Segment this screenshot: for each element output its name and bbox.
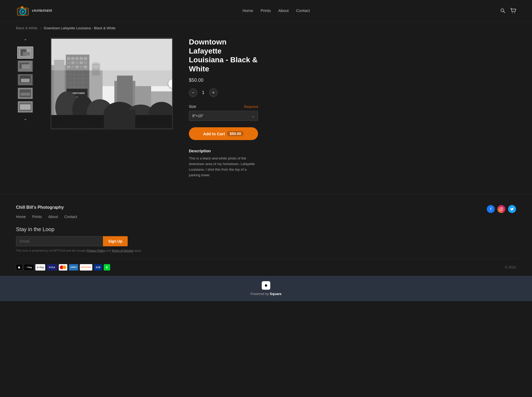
add-to-cart-button[interactable]: Add to Cart $50.00	[189, 127, 258, 140]
search-button[interactable]	[500, 8, 505, 13]
thumb-prev-button[interactable]: ⌃	[21, 38, 30, 44]
add-to-cart-price: $50.00	[227, 131, 244, 136]
footer-nav-home[interactable]: Home	[16, 215, 26, 219]
size-select[interactable]: 8"×10" 11"×14" 16"×20"	[189, 111, 258, 121]
square-logo-icon: ■	[262, 281, 270, 290]
instagram-icon[interactable]	[497, 205, 505, 213]
footer-nav-contact[interactable]: Contact	[64, 215, 77, 219]
required-badge: Required	[244, 105, 258, 109]
payment-jcb: JCB	[94, 264, 102, 271]
svg-rect-83	[125, 44, 164, 51]
nav-icons	[500, 8, 516, 14]
thumb-next-button[interactable]: ⌄	[21, 115, 30, 122]
logo-area[interactable]: chillbilldill	[16, 4, 52, 18]
description-section: Description This is a black-and-white ph…	[189, 149, 258, 178]
payment-mastercard	[59, 264, 67, 271]
email-input[interactable]	[16, 236, 103, 246]
quantity-increase-button[interactable]: +	[209, 88, 218, 97]
svg-point-3	[22, 11, 24, 13]
instagram-svg	[500, 207, 503, 211]
powered-by-bar: ■ Powered by Square	[0, 276, 532, 301]
payment-visa: VISA	[47, 264, 57, 271]
footer-brand: Chill Bill's Photography	[16, 205, 77, 210]
newsletter-heading: Stay in the Loop	[16, 226, 516, 232]
signup-button[interactable]: Sign Up	[103, 236, 128, 246]
description-text: This is a black-and-white photo of the d…	[189, 156, 258, 178]
privacy-policy-link[interactable]: Privacy Policy	[87, 249, 105, 252]
thumbnail-item-3[interactable]	[17, 74, 33, 86]
facebook-icon[interactable]: f	[487, 205, 495, 213]
svg-rect-4	[21, 6, 23, 8]
cart-button[interactable]	[510, 8, 516, 14]
newsletter-form: Sign Up	[16, 236, 128, 246]
svg-rect-25	[20, 104, 31, 110]
cart-icon	[510, 8, 516, 14]
footer-left: Chill Bill's Photography Home Prints Abo…	[16, 205, 77, 219]
payment-square: ■	[16, 264, 22, 271]
footer-nav-about[interactable]: About	[48, 215, 58, 219]
footer-nav: Home Prints About Contact	[16, 215, 77, 219]
size-label-row: Size Required	[189, 104, 258, 109]
svg-rect-80	[104, 110, 135, 128]
main-image-frame: DOWNTOWN	[51, 38, 173, 129]
payment-gpay: G Pay	[35, 264, 45, 271]
product-title: Downtown Lafayette Louisiana - Black & W…	[189, 38, 258, 73]
footer-top: Chill Bill's Photography Home Prints Abo…	[16, 205, 516, 219]
site-footer: Chill Bill's Photography Home Prints Abo…	[0, 194, 532, 276]
footer-social: f	[487, 205, 516, 213]
breadcrumb-bar: Black & White > Downtown Lafayette Louis…	[0, 21, 532, 35]
thumbnail-column: ⌃	[16, 38, 35, 122]
svg-rect-16	[22, 64, 30, 69]
svg-rect-5	[24, 9, 26, 10]
site-header: chillbilldill Home Prints About Contact	[0, 0, 532, 21]
svg-rect-84	[500, 207, 503, 211]
search-icon	[500, 8, 505, 13]
main-nav: Home Prints About Contact	[243, 8, 310, 13]
thumbnail-item-5[interactable]	[17, 101, 33, 113]
quantity-control: − 1 +	[189, 88, 258, 97]
powered-by-text: Powered by Square	[251, 292, 281, 296]
nav-prints[interactable]: Prints	[261, 8, 271, 13]
footer-newsletter: Stay in the Loop Sign Up This form is pr…	[16, 226, 516, 252]
nav-about[interactable]: About	[278, 8, 289, 13]
breadcrumb: Black & White > Downtown Lafayette Louis…	[16, 26, 516, 30]
product-area: ⌃	[0, 35, 532, 194]
svg-point-86	[502, 208, 502, 208]
svg-rect-19	[21, 79, 30, 82]
main-image-area: DOWNTOWN	[51, 38, 173, 129]
nav-home[interactable]: Home	[243, 8, 253, 13]
copyright: © 2023	[505, 265, 516, 269]
thumbnail-item-4[interactable]	[17, 87, 33, 99]
size-label: Size	[189, 104, 196, 109]
breadcrumb-current: Downtown Lafayette Louisiana - Black & W…	[44, 26, 116, 30]
svg-line-7	[503, 11, 505, 13]
svg-rect-13	[23, 52, 30, 56]
size-select-wrapper: 8"×10" 11"×14" 16"×20" ⌄	[189, 111, 258, 121]
footer-nav-prints[interactable]: Prints	[32, 215, 42, 219]
svg-point-85	[501, 208, 502, 210]
payment-icons: ■  Pay G Pay VISA AMEX DISCOVER JCB $	[16, 264, 110, 271]
tos-link[interactable]: Terms of Service	[111, 249, 133, 252]
twitter-icon[interactable]	[508, 205, 516, 213]
footer-bottom: ■  Pay G Pay VISA AMEX DISCOVER JCB $ ©…	[16, 259, 516, 271]
svg-rect-82	[64, 42, 117, 50]
product-price: $50.00	[189, 77, 258, 83]
breadcrumb-separator: >	[40, 26, 42, 30]
recaptcha-notice: This form is protected by reCAPTCHA and …	[16, 249, 516, 252]
breadcrumb-parent[interactable]: Black & White	[16, 26, 38, 30]
svg-rect-22	[20, 93, 30, 96]
payment-discover: DISCOVER	[80, 264, 92, 271]
svg-point-8	[512, 12, 513, 13]
add-to-cart-label: Add to Cart	[203, 132, 225, 136]
quantity-decrease-button[interactable]: −	[189, 88, 197, 97]
logo-icon	[16, 4, 30, 18]
payment-cashapp: $	[104, 264, 110, 271]
nav-contact[interactable]: Contact	[296, 8, 310, 13]
payment-amex: AMEX	[69, 264, 78, 271]
thumbnail-item-2[interactable]	[17, 60, 33, 72]
quantity-value: 1	[201, 90, 206, 95]
thumbnail-list	[17, 44, 33, 115]
thumbnail-item-1[interactable]	[17, 47, 33, 59]
product-info: Downtown Lafayette Louisiana - Black & W…	[189, 38, 258, 178]
payment-applepay:  Pay	[24, 264, 34, 271]
